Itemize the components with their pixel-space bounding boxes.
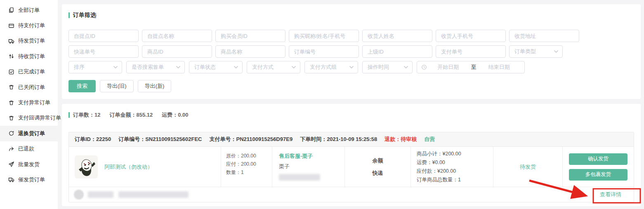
trash-icon bbox=[8, 84, 14, 90]
order-list-panel: 订单数：12 订单金额：855.12 运费：0.00 订单ID：22250 订单… bbox=[62, 104, 641, 206]
parent-id-input[interactable] bbox=[362, 45, 432, 58]
product-name-link[interactable]: 阿部测试（勿改动） bbox=[104, 163, 153, 171]
trash-icon bbox=[8, 100, 14, 106]
sidebar-item-urge-shipment[interactable]: 催发货订单 bbox=[0, 172, 58, 187]
order-status-select[interactable]: 订单状态 bbox=[189, 61, 243, 73]
order-status-text: 待发货 bbox=[520, 163, 536, 171]
order-sn-input[interactable] bbox=[289, 45, 359, 58]
filter-row-2: 订单类型 bbox=[68, 45, 634, 58]
export-new-button[interactable]: 导出(新) bbox=[138, 80, 172, 92]
sidebar-item-label: 待支付订单 bbox=[18, 22, 45, 29]
product-id-input[interactable] bbox=[142, 45, 212, 58]
order-amount: 订单金额：855.12 bbox=[109, 111, 153, 119]
sort-select[interactable]: 排序 bbox=[68, 61, 122, 73]
date-range-picker[interactable]: 开始日期 至 结束日期 bbox=[417, 61, 525, 73]
redacted-receiver-address bbox=[118, 191, 189, 198]
first-order-select-label: 是否搜索首单 bbox=[132, 63, 164, 71]
sidebar-item-label: 已完成订单 bbox=[18, 68, 45, 75]
actions-cell: 确认发货 多包裹发货 bbox=[562, 147, 634, 187]
sidebar-item-label: 全部订单 bbox=[18, 7, 40, 14]
buyer-nickname-input[interactable] bbox=[289, 30, 359, 42]
operate-time-select[interactable]: 操作时间 bbox=[362, 61, 413, 73]
credit-card-icon bbox=[8, 23, 14, 29]
tracking-number-input[interactable] bbox=[68, 45, 139, 58]
export-old-button[interactable]: 导出(旧) bbox=[100, 80, 134, 92]
shop-tag: 自营 bbox=[424, 136, 435, 143]
order-type-select[interactable]: 订单类型 bbox=[509, 45, 563, 58]
green-bar bbox=[68, 12, 70, 18]
filter-row-3: 排序 是否搜索首单 订单状态 支付方式 支付方式组 操作时间 开始日期 至 结束… bbox=[68, 61, 634, 73]
sidebar-item-all-orders[interactable]: 全部订单 bbox=[0, 2, 58, 18]
green-bar bbox=[68, 112, 70, 118]
sidebar-item-completed[interactable]: 已完成订单 bbox=[0, 64, 58, 80]
sidebar-item-batch-shipment[interactable]: 批量发货 bbox=[0, 157, 58, 172]
payable-price: 应付：200.00 bbox=[226, 160, 272, 168]
total-goods-count: 订单商品总数量：1 bbox=[417, 176, 493, 184]
search-button[interactable]: 搜索 bbox=[68, 80, 96, 92]
chevron-down-icon bbox=[349, 66, 354, 68]
filter-section-title: 订单筛选 bbox=[68, 12, 634, 19]
sidebar: 全部订单 待支付订单 待发货订单 待收货订单 已完成订单 已关闭订单 支付异常订… bbox=[0, 0, 58, 209]
buyer-member-id-input[interactable] bbox=[215, 30, 285, 42]
redacted-avatar bbox=[74, 190, 84, 200]
order-summary-bar: 订单数：12 订单金额：855.12 运费：0.00 bbox=[68, 112, 634, 118]
multi-package-shipment-button[interactable]: 多包裹发货 bbox=[569, 169, 627, 181]
pay-sn-input[interactable] bbox=[436, 45, 506, 58]
trash-icon bbox=[8, 115, 14, 121]
receiver-name-input[interactable] bbox=[362, 30, 432, 42]
sidebar-item-closed[interactable]: 已关闭订单 bbox=[0, 80, 58, 95]
order-card-body: 阿部测试（勿改动） 原价：200.00 应付：200.00 数量：1 售后客服-… bbox=[69, 147, 634, 187]
pay-method-group-select[interactable]: 支付方式组 bbox=[304, 61, 358, 73]
confirm-shipment-button[interactable]: 确认发货 bbox=[569, 153, 627, 165]
redacted-receiver-name bbox=[88, 191, 113, 198]
pickup-name-input[interactable] bbox=[142, 30, 212, 42]
order-time: 下单时间：2021-10-09 15:25:58 bbox=[300, 136, 377, 143]
sidebar-item-label: 待发货订单 bbox=[18, 37, 45, 45]
pay-sn: 支付单号：PN21100915256D97E9 bbox=[210, 136, 293, 143]
receiver-address-input[interactable] bbox=[509, 30, 579, 42]
filter-buttons-row: 搜索 导出(旧) 导出(新) bbox=[68, 80, 634, 92]
start-date-placeholder[interactable]: 开始日期 bbox=[427, 63, 469, 71]
order-type-select-label: 订单类型 bbox=[514, 48, 536, 55]
clock-icon bbox=[421, 64, 427, 70]
sidebar-item-label: 支付异常订单 bbox=[18, 99, 50, 106]
first-order-select[interactable]: 是否搜索首单 bbox=[126, 61, 185, 73]
view-detail-link[interactable]: 查看详情 bbox=[600, 191, 621, 198]
sidebar-item-label: 批量发货 bbox=[18, 161, 40, 168]
payment-cell: 余额 快递 bbox=[344, 147, 410, 187]
sidebar-item-payment-abnormal[interactable]: 支付异常订单 bbox=[0, 95, 58, 110]
sidebar-item-pending-receipt[interactable]: 待收货订单 bbox=[0, 49, 58, 64]
sidebar-item-return-exchange[interactable]: 退换货订单 bbox=[0, 126, 58, 141]
order-sn: 订单编号：SN2110091525602FEC bbox=[118, 136, 202, 143]
product-image bbox=[75, 155, 98, 178]
buyer-nickname: 栗子 bbox=[279, 163, 344, 170]
chevron-down-icon bbox=[554, 50, 558, 53]
product-price-cell: 原价：200.00 应付：200.00 数量：1 bbox=[221, 147, 272, 187]
quantity: 数量：1 bbox=[226, 168, 272, 176]
order-card: 订单ID：22250 订单编号：SN2110091525602FEC 支付单号：… bbox=[68, 132, 634, 202]
arrows-transfer-icon bbox=[8, 53, 14, 59]
truck-icon bbox=[8, 38, 14, 44]
sidebar-item-label: 催发货订单 bbox=[18, 176, 45, 183]
product-name-input[interactable] bbox=[215, 45, 285, 58]
refresh-icon bbox=[8, 130, 14, 136]
filter-row-1 bbox=[68, 30, 634, 42]
original-price: 原价：200.00 bbox=[226, 152, 272, 160]
after-sale-service-link[interactable]: 售后客服-栗子 bbox=[279, 153, 344, 160]
sidebar-item-callback-abnormal[interactable]: 支付回调异常订单 bbox=[0, 110, 58, 126]
pickup-id-input[interactable] bbox=[68, 30, 139, 42]
receiver-phone-input[interactable] bbox=[436, 30, 506, 42]
chevron-down-icon bbox=[176, 66, 180, 68]
pay-method-balance: 余额 bbox=[373, 157, 383, 164]
sidebar-item-pending-shipment[interactable]: 待发货订单 bbox=[0, 33, 58, 49]
date-range-separator: 至 bbox=[469, 63, 478, 71]
sidebar-item-refunded[interactable]: 已退款 bbox=[0, 141, 58, 157]
order-card-footer: 查看详情 bbox=[69, 187, 634, 202]
sidebar-item-pending-payment[interactable]: 待支付订单 bbox=[0, 18, 58, 33]
pay-method-select[interactable]: 支付方式 bbox=[247, 61, 300, 73]
end-date-placeholder[interactable]: 结束日期 bbox=[478, 63, 521, 71]
amounts-cell: 商品小计：¥200.00 运费：¥0.00 应付款：¥200.00 订单商品总数… bbox=[410, 147, 493, 187]
forward-arrow-icon bbox=[8, 146, 14, 152]
status-cell: 待发货 bbox=[493, 147, 562, 187]
sidebar-item-label: 支付回调异常订单 bbox=[18, 114, 61, 122]
